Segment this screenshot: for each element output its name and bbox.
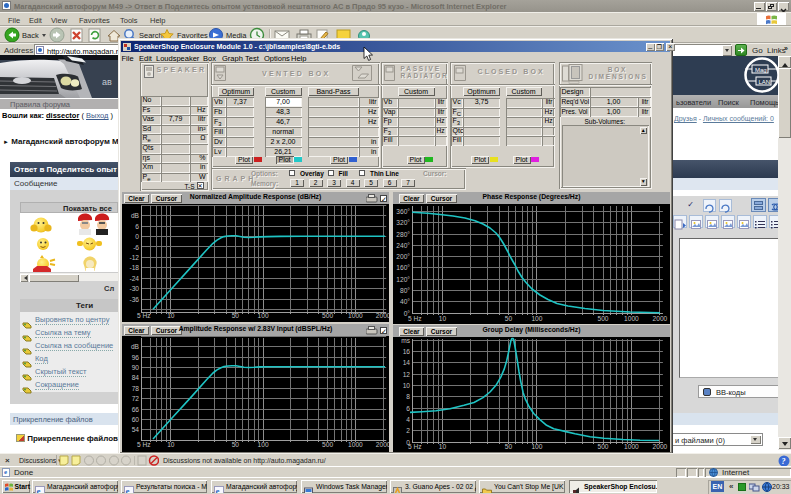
svg-text:-30: -30 xyxy=(129,285,139,292)
svg-text:0: 0 xyxy=(135,233,139,240)
svg-text:2: 2 xyxy=(406,427,410,434)
svg-text:12: 12 xyxy=(403,371,411,378)
svg-text:dB: dB xyxy=(131,343,140,350)
svg-text:1000: 1000 xyxy=(624,315,639,322)
svg-text:60: 60 xyxy=(132,416,140,423)
svg-text:500: 500 xyxy=(597,315,608,322)
svg-text:84: 84 xyxy=(132,374,140,381)
svg-text:-12: -12 xyxy=(129,254,139,261)
svg-text:16: 16 xyxy=(403,348,411,355)
svg-text:500: 500 xyxy=(322,312,333,319)
svg-text:200°: 200° xyxy=(396,253,410,260)
svg-text:Mag: Mag xyxy=(755,67,767,73)
svg-text:10: 10 xyxy=(439,315,447,322)
svg-text:5 Hz: 5 Hz xyxy=(408,315,422,322)
svg-text:80°: 80° xyxy=(400,287,410,294)
svg-text:e: e xyxy=(216,486,220,493)
svg-text:ав: ав xyxy=(102,77,112,87)
svg-text:96: 96 xyxy=(132,354,140,361)
svg-text:4: 4 xyxy=(406,416,410,423)
svg-text:72: 72 xyxy=(132,395,140,402)
svg-text:54: 54 xyxy=(132,426,140,433)
svg-text:50: 50 xyxy=(505,443,513,450)
svg-text:LAN: LAN xyxy=(759,79,771,85)
svg-text:14: 14 xyxy=(403,359,411,366)
svg-text:50: 50 xyxy=(505,315,513,322)
svg-text:e: e xyxy=(126,486,130,493)
svg-text:5 Hz: 5 Hz xyxy=(137,441,151,448)
svg-text:50: 50 xyxy=(232,441,240,448)
svg-text:1000: 1000 xyxy=(348,312,363,319)
svg-text:280°: 280° xyxy=(396,231,410,238)
svg-text:10: 10 xyxy=(403,382,411,389)
svg-text:1000: 1000 xyxy=(348,441,363,448)
svg-text:ms: ms xyxy=(401,337,410,344)
svg-text:100: 100 xyxy=(531,443,542,450)
svg-text:40°: 40° xyxy=(400,298,410,305)
svg-text:100: 100 xyxy=(531,315,542,322)
svg-text:50: 50 xyxy=(232,312,240,319)
svg-text:240°: 240° xyxy=(396,242,410,249)
svg-text:10: 10 xyxy=(439,443,447,450)
svg-text:5 Hz: 5 Hz xyxy=(408,443,422,450)
svg-text:-18: -18 xyxy=(129,264,139,271)
svg-text:78: 78 xyxy=(132,385,140,392)
svg-text:1000: 1000 xyxy=(624,443,639,450)
svg-text:2000: 2000 xyxy=(376,441,389,448)
svg-text:10: 10 xyxy=(167,441,175,448)
svg-text:-24: -24 xyxy=(129,275,139,282)
svg-text:5 Hz: 5 Hz xyxy=(137,312,151,319)
svg-text:90: 90 xyxy=(132,364,140,371)
svg-text:-6: -6 xyxy=(133,244,139,251)
svg-text:6: 6 xyxy=(135,223,139,230)
svg-text:360°: 360° xyxy=(396,208,410,215)
svg-text:-36: -36 xyxy=(129,296,139,303)
svg-text:66: 66 xyxy=(132,406,140,413)
svg-text:dB: dB xyxy=(131,212,140,219)
svg-text:160°: 160° xyxy=(396,264,410,271)
svg-text:100: 100 xyxy=(258,441,269,448)
svg-text:?: ? xyxy=(782,457,786,466)
svg-text:e: e xyxy=(37,486,41,493)
svg-text:8: 8 xyxy=(406,393,410,400)
svg-text:500: 500 xyxy=(322,441,333,448)
svg-text:6: 6 xyxy=(406,405,410,412)
svg-text:2000: 2000 xyxy=(653,315,668,322)
svg-text:10: 10 xyxy=(167,312,175,319)
svg-text:2000: 2000 xyxy=(376,312,389,319)
svg-text:120°: 120° xyxy=(396,276,410,283)
svg-text:Back: Back xyxy=(22,31,39,40)
svg-text:320°: 320° xyxy=(396,219,410,226)
svg-text:500: 500 xyxy=(597,443,608,450)
svg-text:2000: 2000 xyxy=(653,443,668,450)
svg-text:100: 100 xyxy=(258,312,269,319)
